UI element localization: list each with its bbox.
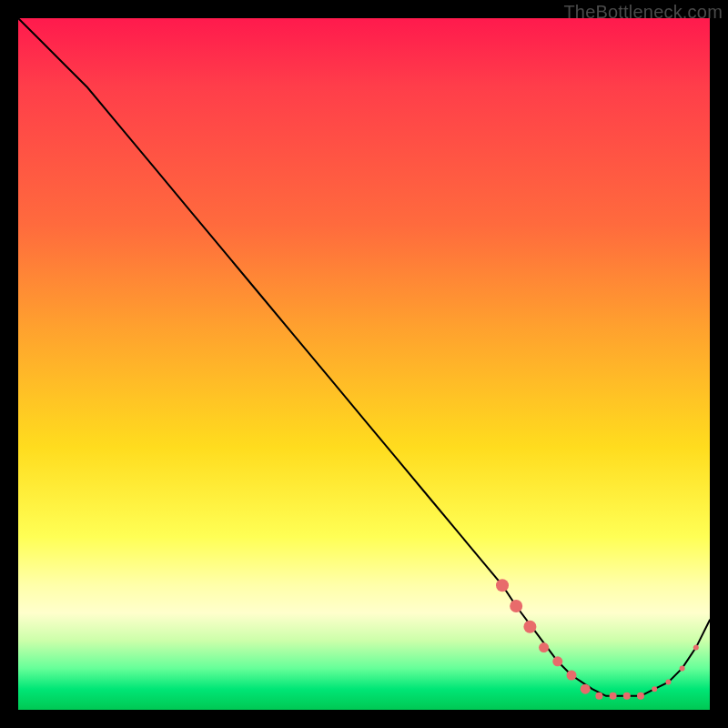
curve-marker <box>595 693 602 700</box>
curve-marker <box>623 693 631 700</box>
curve-marker <box>552 656 562 666</box>
curve-marker <box>510 600 522 612</box>
bottleneck-curve <box>18 18 710 696</box>
curve-marker <box>581 684 591 694</box>
curve-marker <box>610 693 617 700</box>
curve-marker <box>652 686 657 692</box>
plot-area <box>18 18 710 710</box>
curve-marker <box>665 680 671 685</box>
curve-marker <box>523 621 536 633</box>
curve-marker <box>567 671 577 681</box>
curve-marker <box>680 665 685 671</box>
curve-marker <box>637 693 644 700</box>
chart-stage: TheBottleneck.com <box>0 0 728 728</box>
curve-marker <box>496 579 509 592</box>
curve-markers <box>496 579 699 700</box>
curve-marker <box>539 642 549 652</box>
chart-overlay-svg <box>18 18 710 710</box>
curve-marker <box>693 645 699 651</box>
